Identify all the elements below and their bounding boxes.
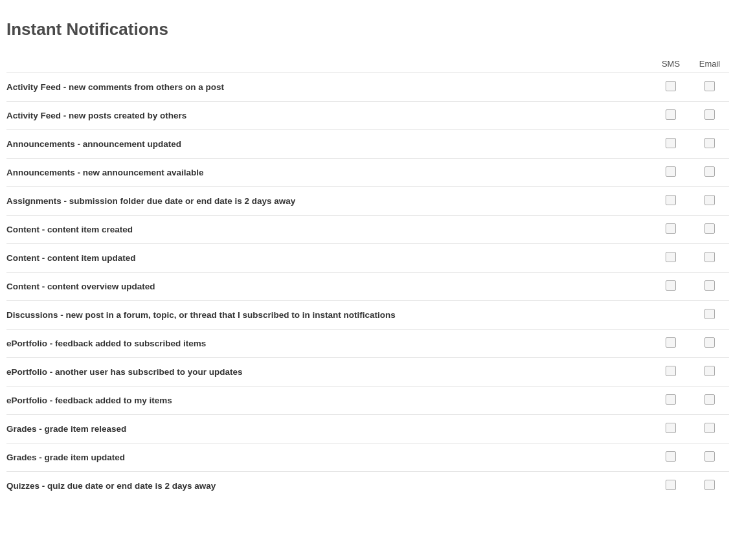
sms-checkbox-content-overview-updated[interactable] [666, 280, 676, 291]
sms-checkbox-grades-updated[interactable] [666, 451, 676, 462]
sms-cell-content-updated[interactable] [651, 244, 690, 273]
table-row: Content - content item created [6, 216, 729, 244]
sms-cell-grades-updated[interactable] [651, 443, 690, 472]
email-checkbox-grades-released[interactable] [704, 423, 715, 433]
email-checkbox-grades-updated[interactable] [704, 451, 715, 462]
notifications-table: SMS Email Activity Feed - new comments f… [6, 55, 729, 500]
email-checkbox-announcements-new[interactable] [704, 166, 715, 177]
sms-checkbox-content-updated[interactable] [666, 252, 676, 262]
email-cell-announcements-new[interactable] [690, 159, 729, 187]
sms-cell-eportfolio-feedback-subscribed[interactable] [651, 330, 690, 358]
page-title: Instant Notifications [6, 19, 729, 39]
sms-checkbox-assignments-due[interactable] [666, 195, 676, 205]
notification-label-eportfolio-feedback-my: ePortfolio - feedback added to my items [6, 386, 651, 415]
email-checkbox-announcements-updated[interactable] [704, 138, 715, 148]
email-cell-announcements-updated[interactable] [690, 130, 729, 159]
sms-cell-content-overview-updated[interactable] [651, 273, 690, 301]
notification-label-activity-feed-posts: Activity Feed - new posts created by oth… [6, 102, 651, 130]
table-row: Grades - grade item released [6, 415, 729, 443]
notifications-body: Activity Feed - new comments from others… [6, 73, 729, 500]
table-row: Assignments - submission folder due date… [6, 187, 729, 216]
email-checkbox-assignments-due[interactable] [704, 195, 715, 205]
sms-checkbox-quizzes-due[interactable] [666, 480, 676, 490]
table-row: Activity Feed - new posts created by oth… [6, 102, 729, 130]
table-row: ePortfolio - feedback added to my items [6, 386, 729, 415]
email-cell-activity-feed-posts[interactable] [690, 102, 729, 130]
sms-cell-eportfolio-subscriber[interactable] [651, 358, 690, 386]
email-checkbox-content-updated[interactable] [704, 252, 715, 262]
sms-checkbox-grades-released[interactable] [666, 423, 676, 433]
email-cell-activity-feed-comments[interactable] [690, 73, 729, 102]
email-checkbox-activity-feed-comments[interactable] [704, 81, 715, 91]
email-cell-grades-released[interactable] [690, 415, 729, 443]
notification-label-quizzes-due: Quizzes - quiz due date or end date is 2… [6, 472, 651, 500]
email-checkbox-eportfolio-subscriber[interactable] [704, 366, 715, 376]
email-checkbox-eportfolio-feedback-subscribed[interactable] [704, 337, 715, 348]
email-cell-assignments-due[interactable] [690, 187, 729, 216]
table-row: ePortfolio - feedback added to subscribe… [6, 330, 729, 358]
table-row: Grades - grade item updated [6, 443, 729, 472]
email-cell-eportfolio-feedback-subscribed[interactable] [690, 330, 729, 358]
table-row: ePortfolio - another user has subscribed… [6, 358, 729, 386]
email-column-header: Email [690, 55, 729, 73]
sms-checkbox-activity-feed-comments[interactable] [666, 81, 676, 91]
sms-checkbox-content-created[interactable] [666, 223, 676, 234]
sms-cell-content-created[interactable] [651, 216, 690, 244]
email-checkbox-eportfolio-feedback-my[interactable] [704, 394, 715, 405]
sms-cell-quizzes-due[interactable] [651, 472, 690, 500]
notification-label-eportfolio-feedback-subscribed: ePortfolio - feedback added to subscribe… [6, 330, 651, 358]
sms-cell-assignments-due[interactable] [651, 187, 690, 216]
notification-label-assignments-due: Assignments - submission folder due date… [6, 187, 651, 216]
sms-checkbox-announcements-new[interactable] [666, 166, 676, 177]
sms-cell-announcements-updated[interactable] [651, 130, 690, 159]
email-cell-content-overview-updated[interactable] [690, 273, 729, 301]
sms-cell-announcements-new[interactable] [651, 159, 690, 187]
email-cell-eportfolio-feedback-my[interactable] [690, 386, 729, 415]
table-row: Announcements - announcement updated [6, 130, 729, 159]
notification-label-content-updated: Content - content item updated [6, 244, 651, 273]
notification-label-content-created: Content - content item created [6, 216, 651, 244]
notification-label-announcements-new: Announcements - new announcement availab… [6, 159, 651, 187]
email-cell-content-created[interactable] [690, 216, 729, 244]
table-row: Discussions - new post in a forum, topic… [6, 301, 729, 330]
notification-label-grades-updated: Grades - grade item updated [6, 443, 651, 472]
table-row: Activity Feed - new comments from others… [6, 73, 729, 102]
label-column-header [6, 55, 651, 73]
table-row: Content - content item updated [6, 244, 729, 273]
email-checkbox-activity-feed-posts[interactable] [704, 109, 715, 120]
notification-label-eportfolio-subscriber: ePortfolio - another user has subscribed… [6, 358, 651, 386]
email-cell-quizzes-due[interactable] [690, 472, 729, 500]
email-cell-eportfolio-subscriber[interactable] [690, 358, 729, 386]
sms-column-header: SMS [651, 55, 690, 73]
email-checkbox-discussions-new-post[interactable] [704, 309, 715, 319]
sms-checkbox-eportfolio-subscriber[interactable] [666, 366, 676, 376]
sms-checkbox-eportfolio-feedback-subscribed[interactable] [666, 337, 676, 348]
notification-label-content-overview-updated: Content - content overview updated [6, 273, 651, 301]
table-row: Announcements - new announcement availab… [6, 159, 729, 187]
email-cell-grades-updated[interactable] [690, 443, 729, 472]
notification-label-announcements-updated: Announcements - announcement updated [6, 130, 651, 159]
email-cell-content-updated[interactable] [690, 244, 729, 273]
sms-checkbox-announcements-updated[interactable] [666, 138, 676, 148]
sms-checkbox-eportfolio-feedback-my[interactable] [666, 394, 676, 405]
sms-checkbox-activity-feed-posts[interactable] [666, 109, 676, 120]
email-checkbox-content-overview-updated[interactable] [704, 280, 715, 291]
sms-cell-discussions-new-post [651, 301, 690, 330]
table-row: Quizzes - quiz due date or end date is 2… [6, 472, 729, 500]
email-checkbox-quizzes-due[interactable] [704, 480, 715, 490]
notification-label-activity-feed-comments: Activity Feed - new comments from others… [6, 73, 651, 102]
notification-label-grades-released: Grades - grade item released [6, 415, 651, 443]
page-container: Instant Notifications SMS Email Activity… [0, 0, 742, 519]
table-header-row: SMS Email [6, 55, 729, 73]
sms-cell-grades-released[interactable] [651, 415, 690, 443]
sms-cell-activity-feed-comments[interactable] [651, 73, 690, 102]
sms-cell-activity-feed-posts[interactable] [651, 102, 690, 130]
sms-cell-eportfolio-feedback-my[interactable] [651, 386, 690, 415]
email-checkbox-content-created[interactable] [704, 223, 715, 234]
table-row: Content - content overview updated [6, 273, 729, 301]
email-cell-discussions-new-post[interactable] [690, 301, 729, 330]
notification-label-discussions-new-post: Discussions - new post in a forum, topic… [6, 301, 651, 330]
